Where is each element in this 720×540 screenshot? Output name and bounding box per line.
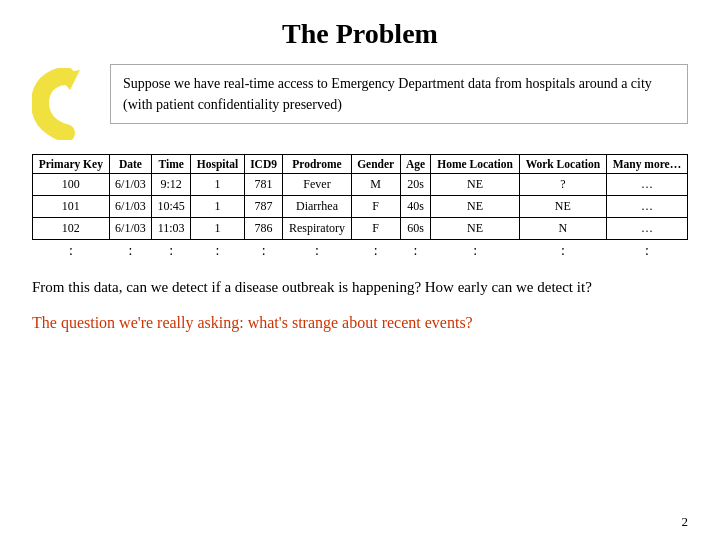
table-cell: 9:12: [152, 174, 191, 196]
dots-cell: :: [606, 240, 687, 263]
table-cell: 1: [191, 218, 245, 240]
table-dots-row: :::::::::::: [33, 240, 688, 263]
ed-data-table: Primary KeyDateTimeHospitalICD9ProdromeG…: [32, 154, 688, 262]
table-header-cell: Age: [400, 155, 431, 174]
table-header-cell: ICD9: [244, 155, 283, 174]
table-cell: 786: [244, 218, 283, 240]
table-header-cell: Time: [152, 155, 191, 174]
table-cell: NE: [431, 174, 519, 196]
table-cell: …: [606, 174, 687, 196]
intro-section: Suppose we have real-time access to Emer…: [32, 64, 688, 144]
table-cell: M: [351, 174, 400, 196]
dots-cell: :: [519, 240, 606, 263]
table-cell: 6/1/03: [109, 196, 151, 218]
table-cell: Respiratory: [283, 218, 351, 240]
table-header-cell: Primary Key: [33, 155, 110, 174]
table-cell: 781: [244, 174, 283, 196]
table-cell: 1: [191, 174, 245, 196]
table-cell: ?: [519, 174, 606, 196]
slide-title: The Problem: [32, 18, 688, 50]
table-cell: …: [606, 218, 687, 240]
table-cell: …: [606, 196, 687, 218]
table-cell: Fever: [283, 174, 351, 196]
table-cell: 20s: [400, 174, 431, 196]
dots-cell: :: [109, 240, 151, 263]
data-table-section: Primary KeyDateTimeHospitalICD9ProdromeG…: [32, 154, 688, 262]
table-header-cell: Hospital: [191, 155, 245, 174]
dots-cell: :: [152, 240, 191, 263]
table-cell: 787: [244, 196, 283, 218]
table-cell: F: [351, 218, 400, 240]
dots-cell: :: [283, 240, 351, 263]
description-box: Suppose we have real-time access to Emer…: [110, 64, 688, 124]
table-header-cell: Work Location: [519, 155, 606, 174]
table-cell: 102: [33, 218, 110, 240]
table-cell: NE: [431, 196, 519, 218]
table-cell: 6/1/03: [109, 218, 151, 240]
table-header-cell: Many more…: [606, 155, 687, 174]
question-text: The question we're really asking: what's…: [32, 311, 688, 335]
slide: The Problem Suppose we have real-time ac…: [0, 0, 720, 540]
table-cell: 1: [191, 196, 245, 218]
table-cell: Diarrhea: [283, 196, 351, 218]
table-cell: 40s: [400, 196, 431, 218]
table-cell: 11:03: [152, 218, 191, 240]
dots-cell: :: [244, 240, 283, 263]
description-text: Suppose we have real-time access to Emer…: [123, 76, 652, 112]
dots-cell: :: [191, 240, 245, 263]
table-cell: 10:45: [152, 196, 191, 218]
dots-cell: :: [400, 240, 431, 263]
table-cell: 100: [33, 174, 110, 196]
dots-cell: :: [33, 240, 110, 263]
table-header-cell: Home Location: [431, 155, 519, 174]
table-cell: F: [351, 196, 400, 218]
table-header-cell: Date: [109, 155, 151, 174]
table-cell: 6/1/03: [109, 174, 151, 196]
body-text: From this data, can we detect if a disea…: [32, 276, 688, 299]
dots-cell: :: [351, 240, 400, 263]
table-cell: N: [519, 218, 606, 240]
table-row: 1006/1/039:121781FeverM20sNE?…: [33, 174, 688, 196]
table-row: 1016/1/0310:451787DiarrheaF40sNENE…: [33, 196, 688, 218]
dots-cell: :: [431, 240, 519, 263]
slide-number: 2: [682, 514, 689, 530]
table-header-cell: Prodrome: [283, 155, 351, 174]
table-cell: NE: [519, 196, 606, 218]
table-row: 1026/1/0311:031786RespiratoryF60sNEN…: [33, 218, 688, 240]
table-header-cell: Gender: [351, 155, 400, 174]
arrow-icon: [32, 68, 100, 144]
table-cell: 60s: [400, 218, 431, 240]
table-cell: 101: [33, 196, 110, 218]
table-header-row: Primary KeyDateTimeHospitalICD9ProdromeG…: [33, 155, 688, 174]
table-cell: NE: [431, 218, 519, 240]
